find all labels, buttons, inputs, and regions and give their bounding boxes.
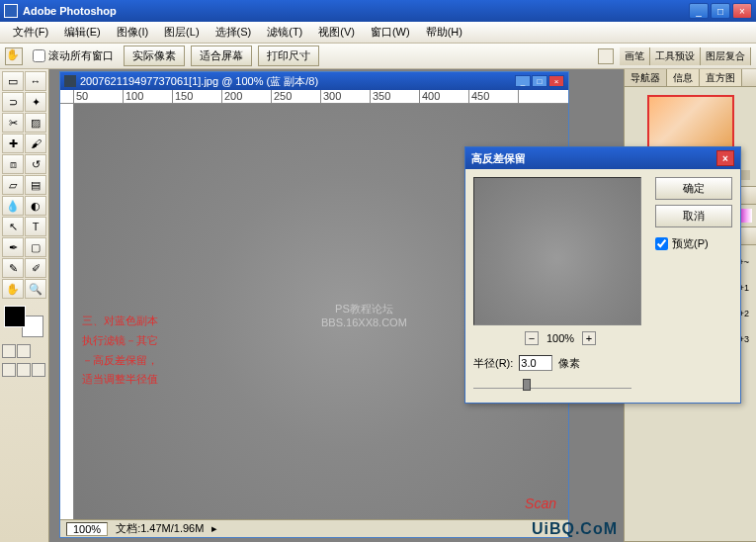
filter-preview[interactable] [473,177,641,325]
tab-layer-comp[interactable]: 图层复合 [701,47,751,65]
blur-tool[interactable]: 💧 [2,196,24,216]
print-size-button[interactable]: 打印尺寸 [258,45,319,66]
menu-filter[interactable]: 滤镜(T) [259,23,310,42]
preview-label: 预览(P) [672,236,709,251]
app-title: Adobe Photoshop [23,5,689,17]
tab-brush[interactable]: 画笔 [620,47,650,65]
tutorial-text: 三、对蓝色副本 执行滤镜－其它 －高反差保留， 适当调整半径值 [82,312,158,390]
shape-tool[interactable]: ▢ [25,237,46,257]
notes-tool[interactable]: ✎ [2,258,24,278]
close-button[interactable]: × [732,3,752,19]
zoom-value[interactable]: 100% [66,522,108,536]
menu-view[interactable]: 视图(V) [310,23,363,42]
preview-checkbox[interactable] [655,237,668,250]
brush-tool[interactable]: 🖌 [25,134,46,153]
menu-layer[interactable]: 图层(L) [156,23,207,42]
watermark: PS教程论坛BBS.16XX8.COM [321,302,407,328]
menu-window[interactable]: 窗口(W) [363,23,418,42]
dialog-close-button[interactable]: × [716,150,734,166]
pen-tool[interactable]: ✒ [2,237,24,257]
tab-info[interactable]: 信息 [667,69,700,86]
radius-slider[interactable] [473,377,631,389]
tab-navigator[interactable]: 导航器 [625,69,667,86]
screen-std[interactable] [2,363,16,377]
scan-mark: Scan [525,496,556,511]
dialog-titlebar[interactable]: 高反差保留 × [465,147,740,169]
lasso-tool[interactable]: ⊃ [2,92,24,112]
preview-zoom: 100% [546,332,574,344]
menu-select[interactable]: 选择(S) [208,23,260,42]
minimize-button[interactable]: _ [689,3,709,19]
menu-file[interactable]: 文件(F) [5,23,56,42]
actual-pixels-button[interactable]: 实际像素 [124,45,185,66]
document-title: 200762119497737061[1].jpg @ 100% (蓝 副本/8… [80,74,514,89]
tab-tool-preset[interactable]: 工具预设 [650,47,701,65]
marquee-tool[interactable]: ▭ [2,71,24,91]
dialog-title: 高反差保留 [471,151,716,166]
dodge-tool[interactable]: ◐ [25,196,46,216]
doc-maximize[interactable]: □ [532,75,547,87]
zoom-out-button[interactable]: − [525,331,539,345]
ok-button[interactable]: 确定 [655,177,732,200]
fit-screen-button[interactable]: 适合屏幕 [191,45,252,66]
high-pass-dialog: 高反差保留 × − 100% + 半径(R): 像素 确定 取消 预览(P) [464,146,741,404]
uibq-watermark: UiBQ.CoM [532,520,618,538]
history-brush-tool[interactable]: ↺ [25,154,46,174]
scroll-all-label: 滚动所有窗口 [48,48,114,63]
app-titlebar: Adobe Photoshop _ □ × [0,0,756,22]
stamp-tool[interactable]: ⧈ [2,154,24,174]
options-bar: ✋ 滚动所有窗口 实际像素 适合屏幕 打印尺寸 画笔 工具预设 图层复合 [0,44,756,69]
zoom-in-button[interactable]: + [582,331,596,345]
cancel-button[interactable]: 取消 [655,205,732,227]
palette-icon[interactable] [598,48,614,64]
screen-full[interactable] [32,363,45,377]
slice-tool[interactable]: ▨ [25,113,46,133]
current-tool-icon[interactable]: ✋ [5,47,23,65]
document-titlebar[interactable]: 200762119497737061[1].jpg @ 100% (蓝 副本/8… [60,72,568,90]
menubar: 文件(F) 编辑(E) 图像(I) 图层(L) 选择(S) 滤镜(T) 视图(V… [0,22,756,44]
radius-label: 半径(R): [473,356,513,371]
type-tool[interactable]: T [25,217,46,236]
status-arrow-icon[interactable]: ▸ [211,522,217,535]
crop-tool[interactable]: ✂ [2,113,24,133]
scroll-all-checkbox[interactable] [33,49,45,62]
hand-tool[interactable]: ✋ [2,279,24,299]
gradient-tool[interactable]: ▤ [25,175,46,195]
doc-icon [64,75,76,87]
menu-edit[interactable]: 编辑(E) [56,23,109,42]
eraser-tool[interactable]: ▱ [2,175,24,195]
doc-size: 文档:1.47M/1.96M [116,521,204,536]
menu-help[interactable]: 帮助(H) [418,23,470,42]
ruler-vertical [60,104,74,519]
app-icon [4,4,18,18]
quickmask-on[interactable] [17,344,31,358]
toolbox: ▭↔ ⊃✦ ✂▨ ✚🖌 ⧈↺ ▱▤ 💧◐ ↖T ✒▢ ✎✐ ✋🔍 [0,69,49,542]
wand-tool[interactable]: ✦ [25,92,46,112]
eyedropper-tool[interactable]: ✐ [25,258,46,278]
color-swatch[interactable] [2,304,45,339]
heal-tool[interactable]: ✚ [2,134,24,153]
menu-image[interactable]: 图像(I) [109,23,156,42]
doc-close[interactable]: × [548,75,564,87]
ruler-horizontal: 50100150200250300350400450 [60,90,568,104]
quickmask-off[interactable] [2,344,16,358]
path-tool[interactable]: ↖ [2,217,24,236]
maximize-button[interactable]: □ [711,3,730,19]
move-tool[interactable]: ↔ [25,71,46,91]
screen-full-menu[interactable] [17,363,31,377]
radius-input[interactable] [519,355,552,371]
status-bar: 100% 文档:1.47M/1.96M ▸ [60,519,568,537]
radius-unit: 像素 [558,356,580,371]
doc-minimize[interactable]: _ [515,75,531,87]
tab-histogram[interactable]: 直方图 [700,69,742,86]
zoom-tool[interactable]: 🔍 [25,279,46,299]
